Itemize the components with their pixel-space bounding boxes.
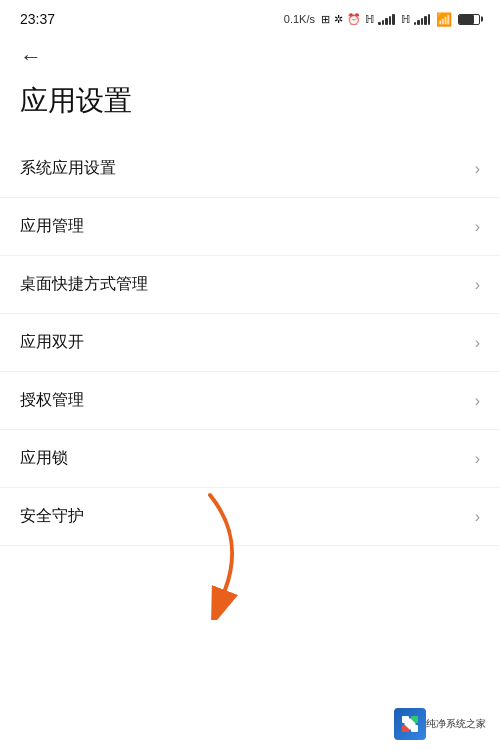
chevron-right-icon: › xyxy=(475,508,480,526)
signal-bars-1 xyxy=(378,13,395,25)
chevron-right-icon: › xyxy=(475,392,480,410)
chevron-right-icon: › xyxy=(475,450,480,468)
battery-icon xyxy=(458,14,480,25)
net-speed: 0.1K/s xyxy=(284,13,315,25)
svg-rect-2 xyxy=(411,716,418,723)
signal-4g-icon: ℍ xyxy=(365,13,374,26)
menu-item-app-lock[interactable]: 应用锁 › xyxy=(0,430,500,488)
watermark-logo xyxy=(394,708,426,740)
watermark-block: 纯净系统之家 xyxy=(392,706,492,742)
page-title: 应用设置 xyxy=(0,74,500,140)
menu-item-system-app-settings[interactable]: 系统应用设置 › xyxy=(0,140,500,198)
svg-rect-4 xyxy=(411,725,418,732)
chevron-right-icon: › xyxy=(475,334,480,352)
menu-item-desktop-shortcut[interactable]: 桌面快捷方式管理 › xyxy=(0,256,500,314)
signal-4g-icon2: ℍ xyxy=(401,13,410,26)
menu-item-label: 桌面快捷方式管理 xyxy=(20,274,148,295)
chevron-right-icon: › xyxy=(475,160,480,178)
menu-item-label: 系统应用设置 xyxy=(20,158,116,179)
wifi-icon: 📶 xyxy=(436,12,452,27)
watermark-logo-svg xyxy=(400,714,420,734)
bluetooth-icon: ⊞ xyxy=(321,13,330,26)
menu-item-dual-app[interactable]: 应用双开 › xyxy=(0,314,500,372)
menu-item-label: 应用双开 xyxy=(20,332,84,353)
back-button[interactable]: ← xyxy=(0,36,500,74)
chevron-right-icon: › xyxy=(475,218,480,236)
menu-item-label: 应用锁 xyxy=(20,448,68,469)
watermark: 纯净系统之家 xyxy=(392,706,492,742)
alarm-icon: ⏰ xyxy=(347,13,361,26)
bluetooth-icon2: ✲ xyxy=(334,13,343,26)
svg-rect-3 xyxy=(402,725,409,732)
signal-bars-2 xyxy=(414,13,431,25)
menu-item-permission-management[interactable]: 授权管理 › xyxy=(0,372,500,430)
back-arrow-icon: ← xyxy=(20,44,42,69)
annotation-arrow xyxy=(150,490,350,620)
menu-item-label: 应用管理 xyxy=(20,216,84,237)
chevron-right-icon: › xyxy=(475,276,480,294)
watermark-text: 纯净系统之家 xyxy=(426,717,486,731)
menu-item-app-management[interactable]: 应用管理 › xyxy=(0,198,500,256)
svg-rect-1 xyxy=(402,716,409,723)
status-time: 23:37 xyxy=(20,11,55,27)
menu-item-label: 安全守护 xyxy=(20,506,84,527)
menu-list: 系统应用设置 › 应用管理 › 桌面快捷方式管理 › 应用双开 › 授权管理 ›… xyxy=(0,140,500,546)
status-icons: 0.1K/s ⊞ ✲ ⏰ ℍ ℍ 📶 xyxy=(284,12,480,27)
status-bar: 23:37 0.1K/s ⊞ ✲ ⏰ ℍ ℍ 📶 xyxy=(0,0,500,36)
menu-item-label: 授权管理 xyxy=(20,390,84,411)
